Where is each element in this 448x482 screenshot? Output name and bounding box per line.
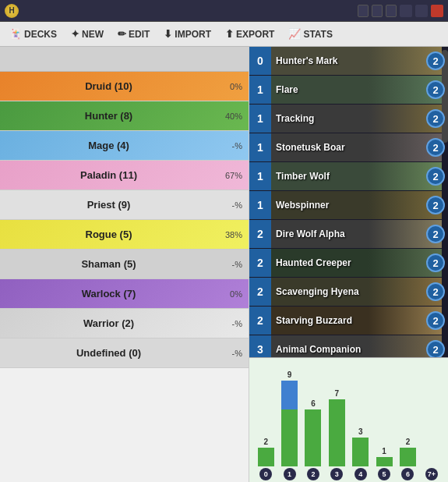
nav-edit-label: EDIT: [129, 29, 150, 40]
class-row-priest[interactable]: Priest (9) -%: [0, 190, 249, 220]
card-name: Stonetusk Boar: [271, 142, 426, 153]
bar-group: 7 3: [326, 364, 347, 466]
bar-group: 1 5: [374, 364, 394, 466]
bar-green: [352, 438, 369, 466]
class-winpct: -%: [211, 319, 242, 328]
class-row-rogue[interactable]: Rogue (5) 38%: [0, 220, 249, 250]
card-count: 2: [426, 196, 445, 214]
card-row[interactable]: 0 Hunter's Mark 2: [249, 47, 448, 76]
class-row-undefined[interactable]: Undefined (0) -%: [0, 338, 249, 368]
card-cost: 0: [249, 47, 271, 76]
card-row[interactable]: 1 Tracking 2: [249, 105, 448, 133]
bar-label: 4: [355, 468, 367, 480]
bar-green: [305, 409, 321, 466]
class-winpct: -%: [211, 260, 242, 269]
class-winpct: 67%: [211, 171, 242, 180]
class-row-warrior[interactable]: Warrior (2) -%: [0, 309, 249, 338]
nav-new-label: NEW: [82, 29, 104, 40]
class-row-shaman[interactable]: Shaman (5) -%: [0, 250, 249, 279]
class-name: Warrior (2): [6, 317, 211, 329]
card-row[interactable]: 1 Stonetusk Boar 2: [249, 133, 448, 162]
card-count: 2: [426, 80, 445, 99]
card-cost: 2: [249, 249, 271, 278]
card-row[interactable]: 2 Scavenging Hyena 2: [249, 278, 448, 307]
bar-label-circle: 1: [284, 468, 296, 480]
bar-label-circle: 4: [355, 468, 367, 480]
minimize-button[interactable]: [400, 5, 412, 17]
donate-button[interactable]: [386, 5, 397, 17]
class-list: Druid (10) 0% Hunter (8) 40% Mage (4) -%…: [0, 72, 249, 368]
card-cost: 3: [249, 335, 271, 357]
class-winpct: 38%: [211, 230, 242, 239]
card-count: 2: [426, 138, 445, 157]
card-count: 2: [426, 51, 445, 70]
bar-stack: [256, 448, 276, 466]
main-content: Druid (10) 0% Hunter (8) 40% Mage (4) -%…: [0, 47, 448, 482]
card-row[interactable]: 3 Animal Companion 2: [249, 335, 448, 357]
help-button[interactable]: [372, 5, 383, 17]
class-winpct: 0%: [211, 82, 242, 91]
card-list: 0 Hunter's Mark 2 1 Flare 2 1 Tracking 2…: [249, 47, 448, 357]
nav-stats[interactable]: 📈 STATS: [282, 25, 339, 43]
card-count: 2: [426, 340, 445, 357]
card-name: Animal Companion: [271, 344, 426, 355]
bar-green: [281, 409, 298, 466]
nav-export[interactable]: ⬆ EXPORT: [219, 25, 280, 43]
edit-icon: ✏: [118, 28, 126, 40]
bar-green: [400, 448, 416, 466]
bar-stack: [351, 438, 371, 466]
card-cost: 2: [249, 307, 271, 335]
nav-import[interactable]: ⬇ IMPORT: [157, 25, 217, 43]
bar-label: 2: [307, 468, 319, 480]
card-count: 2: [426, 282, 445, 301]
class-name: Druid (10): [6, 80, 211, 92]
bar-stack: [397, 448, 418, 466]
bar-blue: [281, 381, 298, 409]
nav-new[interactable]: ✦ NEW: [65, 25, 110, 43]
class-row-paladin[interactable]: Paladin (11) 67%: [0, 161, 249, 190]
class-row-druid[interactable]: Druid (10) 0%: [0, 72, 249, 101]
bar-green: [329, 399, 345, 466]
card-name: Scavenging Hyena: [271, 286, 426, 297]
nav-stats-label: STATS: [303, 29, 333, 40]
bar-group: 6 2: [303, 364, 323, 466]
class-list-header: [0, 47, 249, 72]
bar-total-value: 3: [358, 427, 363, 436]
options-button[interactable]: [358, 5, 369, 17]
card-cost: 1: [249, 133, 271, 162]
card-cost: 2: [249, 278, 271, 307]
right-panel: 0 Hunter's Mark 2 1 Flare 2 1 Tracking 2…: [249, 47, 448, 482]
card-row[interactable]: 2 Starving Buzzard 2: [249, 307, 448, 335]
maximize-button[interactable]: [415, 5, 428, 17]
import-icon: ⬇: [164, 28, 172, 40]
class-row-mage[interactable]: Mage (4) -%: [0, 131, 249, 161]
right-panel-inner: 0 Hunter's Mark 2 1 Flare 2 1 Tracking 2…: [249, 47, 448, 482]
class-winpct: -%: [211, 200, 242, 210]
class-row-warlock[interactable]: Warlock (7) 0%: [0, 279, 249, 309]
close-button[interactable]: [431, 5, 443, 17]
bar-total-value: 6: [311, 399, 316, 408]
nav-decks[interactable]: 🃏 DECKS: [3, 25, 63, 43]
bar-green: [258, 448, 274, 466]
card-name: Webspinner: [271, 200, 426, 211]
card-row[interactable]: 1 Webspinner 2: [249, 191, 448, 220]
card-cost: 1: [249, 191, 271, 220]
nav-decks-label: DECKS: [24, 29, 57, 40]
nav-import-label: IMPORT: [175, 29, 211, 40]
card-name: Hunter's Mark: [271, 55, 426, 66]
bar-total-value: 2: [263, 438, 268, 446]
class-winpct: -%: [211, 349, 242, 358]
card-count: 2: [426, 225, 445, 243]
bar-label-circle: 6: [401, 468, 414, 480]
bar-stack: [303, 409, 323, 466]
class-name: Warlock (7): [6, 288, 211, 299]
card-row[interactable]: 2 Dire Wolf Alpha 2: [249, 220, 448, 249]
card-row[interactable]: 2 Haunted Creeper 2: [249, 249, 448, 278]
class-row-hunter[interactable]: Hunter (8) 40%: [0, 101, 249, 131]
card-row[interactable]: 1 Timber Wolf 2: [249, 162, 448, 191]
card-row[interactable]: 1 Flare 2: [249, 76, 448, 105]
nav-edit[interactable]: ✏ EDIT: [111, 25, 156, 43]
card-count: 2: [426, 109, 445, 128]
bar-group: 3 4: [351, 364, 371, 466]
app-icon: H: [5, 4, 19, 18]
